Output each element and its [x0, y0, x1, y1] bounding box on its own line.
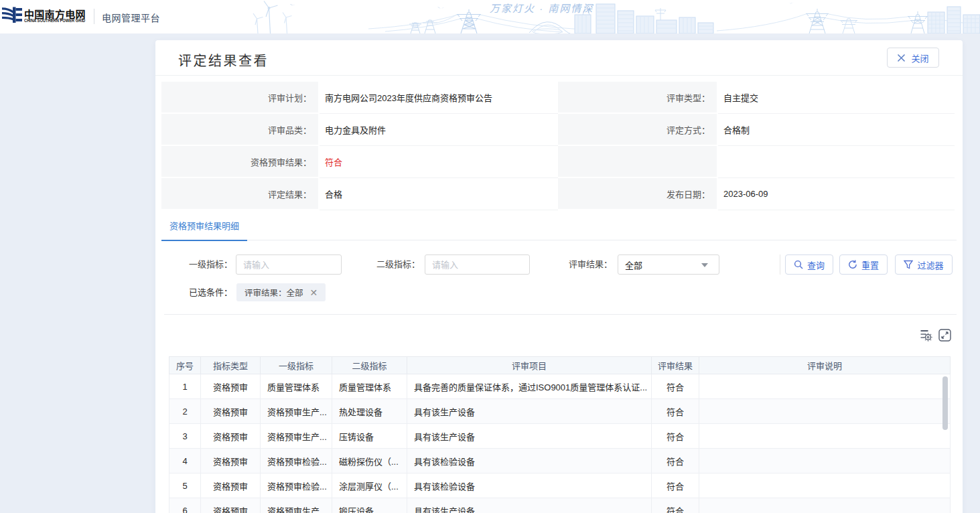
- table-toolbar: [920, 329, 951, 342]
- filter-buttons-divider: [780, 254, 780, 275]
- panel-header: 评定结果查看 关闭: [155, 40, 963, 76]
- cell-level2: 磁粉探伤仪（...: [332, 449, 407, 473]
- header-illustration: 万家灯火 · 南网情深: [248, 0, 980, 33]
- close-button-label: 关闭: [911, 52, 928, 64]
- tag-close-icon[interactable]: ✕: [310, 288, 318, 297]
- detail-row: 评审品类： 电力金具及附件 评定方式： 合格制: [161, 114, 955, 146]
- result-view-panel: 评定结果查看 关闭 评审计划： 南方电网公司2023年度供应商资格预审公告 评审…: [155, 40, 963, 513]
- cell-review-note: [699, 449, 951, 473]
- detail-value: 南方电网公司2023年度供应商资格预审公告: [320, 82, 558, 114]
- table-scrollbar-thumb[interactable]: [942, 376, 948, 430]
- cell-seq: 3: [169, 424, 201, 449]
- cell-indicator-type: 资格预审: [201, 374, 261, 399]
- cell-review-result: 符合: [652, 374, 699, 399]
- cell-review-item: 具有该生产设备: [407, 498, 652, 513]
- review-result-label: 评审结果：: [531, 254, 612, 275]
- filter-button[interactable]: 过滤器: [895, 254, 953, 275]
- detail-value: 电力金具及附件: [320, 114, 558, 146]
- detail-label: 发布日期：: [558, 178, 718, 210]
- detail-value: 合格制: [718, 114, 955, 146]
- cell-review-result: 符合: [652, 449, 699, 473]
- cell-indicator-type: 资格预审: [201, 449, 261, 473]
- level2-indicator-label: 二级指标：: [342, 254, 420, 275]
- cell-level1: 资格预审生产...: [261, 424, 332, 449]
- detail-label: 评定结果：: [161, 178, 320, 210]
- cell-review-result: 符合: [652, 473, 699, 498]
- chevron-down-icon: [701, 263, 708, 267]
- cell-seq: 5: [169, 473, 201, 498]
- close-button[interactable]: 关闭: [887, 48, 939, 68]
- close-icon: [897, 54, 906, 62]
- cell-review-note: [699, 473, 951, 498]
- detail-row: 评定结果： 合格 发布日期： 2023-06-09: [161, 178, 955, 210]
- column-settings-icon[interactable]: [920, 329, 932, 342]
- cell-indicator-type: 资格预审: [201, 424, 261, 449]
- reset-button[interactable]: 重置: [839, 254, 888, 275]
- review-result-select[interactable]: 全部: [618, 254, 719, 275]
- header-slogan: 万家灯火 · 南网情深: [490, 3, 593, 14]
- cell-seq: 1: [169, 374, 201, 399]
- cell-seq: 4: [169, 449, 201, 473]
- detail-value: 合格: [320, 178, 558, 210]
- cell-level2: 热处理设备: [332, 399, 407, 424]
- detail-value: 2023-06-09: [718, 178, 955, 210]
- cell-review-result: 符合: [652, 424, 699, 449]
- brand-name-en: CHINA SOUTHERN POWER GRID: [24, 18, 85, 23]
- level1-indicator-label: 一级指标：: [169, 254, 232, 275]
- cell-level1: 质量管理体系: [261, 374, 332, 399]
- tab-prequalification-result-detail[interactable]: 资格预审结果明细: [161, 211, 247, 240]
- brand-divider: [94, 9, 94, 24]
- refresh-icon: [848, 260, 857, 269]
- cell-indicator-type: 资格预审: [201, 498, 261, 513]
- col-header-level2: 二级指标: [332, 357, 407, 374]
- detail-label: 评审品类：: [161, 114, 320, 146]
- cell-review-item: 具有该生产设备: [407, 424, 652, 449]
- col-header-review-note: 评审说明: [699, 357, 951, 374]
- cell-review-note: [699, 498, 951, 513]
- search-button[interactable]: 查询: [785, 254, 833, 275]
- selected-conditions-label: 已选条件：: [189, 283, 232, 301]
- search-icon: [794, 260, 803, 269]
- col-header-seq: 序号: [169, 357, 201, 374]
- filter-button-label: 过滤器: [917, 259, 943, 271]
- platform-name: 电网管理平台: [102, 11, 160, 24]
- review-result-select-value: 全部: [625, 259, 642, 271]
- cell-level1: 资格预审检验...: [261, 449, 332, 473]
- cell-level2: 压铸设备: [332, 424, 407, 449]
- funnel-icon: [904, 260, 913, 269]
- cell-indicator-type: 资格预审: [201, 399, 261, 424]
- table-row: 5 资格预审 资格预审检验... 涂层测厚仪（... 具有该检验设备 符合: [169, 473, 951, 498]
- detail-row: 评审计划： 南方电网公司2023年度供应商资格预审公告 评审类型： 自主提交: [161, 82, 955, 114]
- cell-indicator-type: 资格预审: [201, 473, 261, 498]
- table-row: 2 资格预审 资格预审生产... 热处理设备 具有该生产设备 符合: [169, 399, 951, 424]
- col-header-review-result: 评审结果: [652, 357, 699, 374]
- cell-seq: 2: [169, 399, 201, 424]
- reset-button-label: 重置: [861, 259, 879, 271]
- review-items-table: 序号 指标类型 一级指标 二级指标 评审项目 评审结果 评审说明 1 资格预审 …: [169, 356, 951, 513]
- detail-label: 评定方式：: [558, 114, 718, 146]
- page-title: 评定结果查看: [178, 50, 269, 70]
- cell-seq: 6: [169, 498, 201, 513]
- selected-condition-tag-text: 评审结果：全部: [244, 286, 303, 299]
- detail-label: 评审类型：: [558, 82, 718, 114]
- level1-indicator-input[interactable]: [236, 254, 342, 275]
- col-header-indicator-type: 指标类型: [201, 357, 261, 374]
- cell-level1: 资格预审生产...: [261, 399, 332, 424]
- detail-label: [558, 146, 718, 178]
- cell-review-note: [699, 424, 951, 449]
- cell-review-item: 具备完善的质量保证体系，通过ISO9001质量管理体系认证...: [407, 374, 652, 399]
- fullscreen-icon[interactable]: [938, 329, 951, 342]
- cell-review-result: 符合: [652, 399, 699, 424]
- detail-value: 自主提交: [718, 82, 955, 114]
- cell-review-note: [699, 374, 951, 399]
- detail-label: 评审计划：: [161, 82, 320, 114]
- level2-indicator-input[interactable]: [425, 254, 530, 275]
- search-button-label: 查询: [807, 259, 825, 271]
- detail-value-prequalification-result: 符合: [320, 146, 558, 178]
- cell-review-item: 具有该检验设备: [407, 449, 652, 473]
- table-header-row: 序号 指标类型 一级指标 二级指标 评审项目 评审结果 评审说明: [169, 357, 951, 374]
- cell-level2: 涂层测厚仪（...: [332, 473, 407, 498]
- detail-label: 资格预审结果：: [161, 146, 320, 178]
- cell-level1: 资格预审检验...: [261, 473, 332, 498]
- col-header-level1: 一级指标: [261, 357, 332, 374]
